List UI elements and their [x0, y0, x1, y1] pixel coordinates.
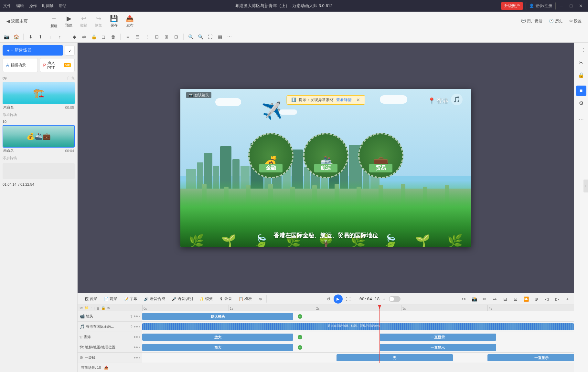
track-block-map-zoom[interactable]: 放大 — [142, 344, 293, 351]
visible-icon[interactable]: 👁 — [107, 306, 111, 310]
camera-icon[interactable]: 📷 — [3, 33, 10, 41]
more-icon[interactable]: ⋯ — [226, 33, 233, 41]
template-button[interactable]: 📋 模板 — [236, 295, 255, 303]
scene-thumb-09[interactable]: 🏗️ — [3, 82, 75, 104]
align-up-icon[interactable]: ⬆ — [37, 33, 44, 41]
new-button[interactable]: ＋ 新建 — [50, 14, 58, 28]
blue-square-btn[interactable]: ■ — [576, 86, 586, 96]
distribute-v-icon[interactable]: ⊡ — [172, 33, 180, 41]
add-transition-2[interactable]: 添加转场 — [0, 154, 77, 162]
align-center-v-icon[interactable]: ⊟ — [153, 33, 161, 41]
track-dot-lens[interactable]: + — [298, 314, 302, 319]
lock-icon[interactable]: 🔒 — [90, 33, 98, 41]
scene-thumb-10[interactable]: 💰🚢💼 — [3, 125, 75, 148]
alert-link[interactable]: 查看详情 — [336, 97, 352, 103]
zoom-out-icon[interactable]: 🔍 — [197, 33, 204, 41]
feedback-button[interactable]: 💬 用户反馈 — [521, 18, 542, 24]
align-center-h-icon[interactable]: ☰ — [134, 33, 141, 41]
track-dot-map[interactable]: + — [298, 345, 302, 350]
loop-toggle[interactable] — [389, 296, 401, 302]
minimize-button[interactable]: ─ — [558, 3, 565, 8]
track-expand-text[interactable]: › — [139, 335, 140, 339]
canvas-wrap[interactable]: 💰 金融 🚢 航运 💼 贸易 ✈️ 📍 — [180, 89, 471, 247]
camera-capture-icon[interactable]: 📸 — [470, 295, 478, 303]
more-ctrl-button[interactable]: ⊕ — [256, 296, 264, 302]
distribute-h-icon[interactable]: ⊞ — [163, 33, 170, 41]
subtitle-button[interactable]: 📝 字幕 — [121, 295, 140, 303]
close-button[interactable]: ✕ — [577, 3, 585, 8]
music-note-icon[interactable]: 🎵 — [451, 94, 463, 105]
more-right-btn[interactable]: ⋯ — [576, 114, 586, 124]
fit-screen-btn[interactable]: ⛶ — [576, 45, 586, 56]
export-icon[interactable]: 📤 — [104, 366, 109, 370]
fullscreen-btn[interactable]: ⛶ — [346, 296, 350, 302]
align-down-icon[interactable]: ⬇ — [27, 33, 35, 41]
fullscreen-icon[interactable]: ⛶ — [206, 33, 214, 41]
lock-tl-icon[interactable]: 🔒 — [101, 306, 106, 310]
settings-button[interactable]: ⚙ 设置 — [569, 18, 582, 24]
track-block-text-show[interactable]: 一直显示 — [380, 334, 496, 341]
edit-icon[interactable]: ✏ — [481, 295, 488, 303]
track-expand-money[interactable]: › — [139, 356, 140, 359]
prev-frame-icon[interactable]: ◁ — [543, 295, 551, 303]
undo-button[interactable]: ↩ 撤销 — [80, 15, 87, 28]
more-tl-icon[interactable]: ⊕ — [532, 295, 540, 303]
align-left-icon[interactable]: ≡ — [124, 33, 132, 41]
menu-operate[interactable]: 操作 — [29, 3, 37, 9]
playhead[interactable] — [380, 305, 380, 363]
crop-btn[interactable]: ✂ — [576, 57, 586, 68]
login-button[interactable]: 👤 登录/注册 — [526, 2, 555, 10]
right-collapse-btn[interactable]: › — [583, 180, 588, 192]
clip-icon[interactable]: ✂ — [460, 295, 468, 303]
shape-icon[interactable]: ◆ — [70, 33, 78, 41]
upgrade-button[interactable]: 升级账户 — [501, 2, 523, 10]
trash-icon[interactable]: 🗑 — [96, 306, 100, 310]
align-top-icon[interactable]: ↑ — [56, 33, 64, 41]
delete-icon[interactable]: 🗑 — [109, 33, 117, 41]
zoom-out-btn[interactable]: − — [354, 296, 356, 302]
add-transition-1[interactable]: 添加转场 — [0, 111, 77, 119]
track-expand-audio[interactable]: › — [139, 325, 140, 328]
publish-button[interactable]: 📤 发布 — [126, 15, 134, 28]
align-icon[interactable]: ⊟ — [501, 295, 509, 303]
track-block-lens-default[interactable]: 默认镜头 — [142, 313, 293, 320]
speed-icon[interactable]: ⏩ — [522, 295, 530, 303]
folder-icon[interactable]: 📁 — [84, 306, 89, 310]
fg-button[interactable]: 📄 前景 — [101, 295, 120, 303]
grid-icon[interactable]: ▦ — [216, 33, 224, 41]
menu-help[interactable]: 帮助 — [59, 3, 67, 9]
move-down-icon[interactable]: ↓ — [93, 306, 95, 310]
bg-button[interactable]: 🖼 背景 — [82, 295, 100, 303]
maximize-button[interactable]: □ — [568, 3, 574, 8]
track-block-text-zoom[interactable]: 放大 — [142, 334, 293, 341]
eye-icon[interactable]: 👁 — [80, 306, 83, 310]
menu-file[interactable]: 文件 — [3, 3, 11, 9]
play-pause-button[interactable]: ▶ — [334, 294, 343, 304]
save-button[interactable]: 💾 保存 — [110, 15, 118, 28]
align-bottom-icon[interactable]: ↓ — [46, 33, 54, 41]
tts-button[interactable]: 🔊 语音合成 — [141, 295, 168, 303]
track-block-money-show[interactable]: 一直显示 — [487, 354, 574, 361]
track-expand-lens[interactable]: › — [139, 315, 140, 318]
ai-scene-button[interactable]: A 智能场景 — [3, 58, 38, 72]
zoom-in-icon[interactable]: 🔍 — [187, 33, 195, 41]
next-frame-icon[interactable]: ▷ — [553, 295, 561, 303]
transform-icon[interactable]: ⇔ — [491, 295, 499, 303]
record-button[interactable]: 🎙 录音 — [217, 295, 235, 303]
menu-timeline[interactable]: 时间轴 — [42, 3, 54, 9]
zoom-in-btn[interactable]: + — [383, 296, 385, 302]
music-button[interactable]: ♪ — [65, 45, 75, 56]
track-block-map-show[interactable]: 一直显示 — [380, 344, 496, 351]
flip-h-icon[interactable]: ⇄ — [80, 33, 88, 41]
preview-button[interactable]: ▶ 预览 — [65, 15, 72, 28]
insert-ppt-button[interactable]: P 插入PPT VIP — [40, 58, 75, 72]
replay-button[interactable]: ↺ — [326, 296, 330, 302]
align-right-icon[interactable]: ⋮ — [143, 33, 151, 41]
lock-right-btn[interactable]: 🔒 — [576, 70, 586, 80]
effects-button[interactable]: ✨ 特效 — [197, 295, 216, 303]
copy-icon[interactable]: ◻ — [100, 33, 107, 41]
alert-close-button[interactable]: ✕ — [356, 97, 360, 102]
menu-edit[interactable]: 编辑 — [16, 3, 24, 9]
tl-add-icon[interactable]: + — [563, 295, 571, 303]
move-up-icon[interactable]: ↑ — [90, 306, 92, 310]
